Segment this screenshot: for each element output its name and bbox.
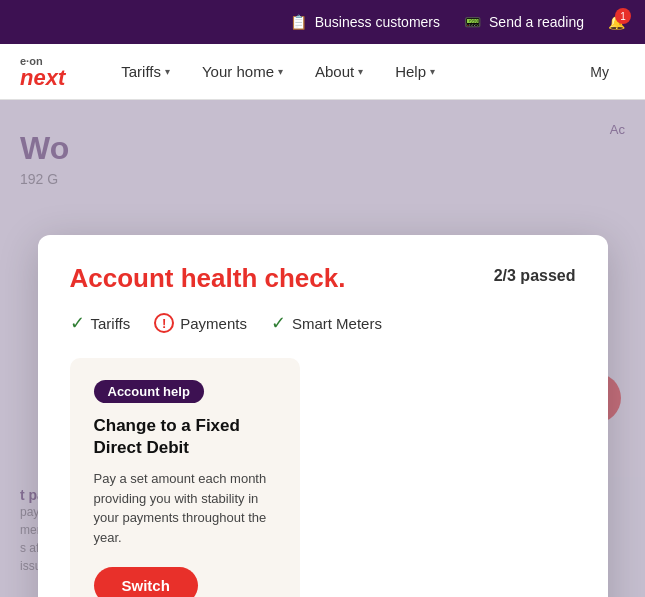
meter-icon: 📟 [464,14,481,30]
notifications-link[interactable]: 🔔 1 [608,14,625,30]
logo-next: next [20,67,65,89]
modal-overlay: Account health check. 2/3 passed ✓ Tarif… [0,100,645,597]
page-content: Wo 192 G Ac t paym payme ment is s after… [0,100,645,597]
modal-header: Account health check. 2/3 passed [70,263,576,294]
account-health-modal: Account health check. 2/3 passed ✓ Tarif… [38,235,608,597]
nav-items: Tariffs ▾ Your home ▾ About ▾ Help ▾ My [105,44,625,100]
check-pass-icon-2: ✓ [271,312,286,334]
check-warn-icon: ! [154,313,174,333]
switch-button[interactable]: Switch [94,567,198,597]
briefcase-icon: 📋 [290,14,307,30]
notification-count: 1 [615,8,631,24]
your-home-chevron-icon: ▾ [278,66,283,77]
tariffs-chevron-icon: ▾ [165,66,170,77]
modal-title: Account health check. [70,263,346,294]
modal-checks: ✓ Tariffs ! Payments ✓ Smart Meters [70,312,576,334]
modal-passed: 2/3 passed [494,267,576,285]
logo[interactable]: e·on next [20,55,65,89]
card-badge: Account help [94,380,204,403]
send-reading-link[interactable]: 📟 Send a reading [464,14,584,30]
account-help-card: Account help Change to a Fixed Direct De… [70,358,300,597]
nav-tariffs[interactable]: Tariffs ▾ [105,44,186,100]
check-tariffs: ✓ Tariffs [70,312,131,334]
business-customers-link[interactable]: 📋 Business customers [290,14,440,30]
card-description: Pay a set amount each month providing yo… [94,469,276,547]
nav-bar: e·on next Tariffs ▾ Your home ▾ About ▾ … [0,44,645,100]
top-bar: 📋 Business customers 📟 Send a reading 🔔 … [0,0,645,44]
check-pass-icon: ✓ [70,312,85,334]
about-chevron-icon: ▾ [358,66,363,77]
card-title: Change to a Fixed Direct Debit [94,415,276,459]
nav-your-home[interactable]: Your home ▾ [186,44,299,100]
help-chevron-icon: ▾ [430,66,435,77]
nav-my[interactable]: My [574,44,625,100]
check-smart-meters: ✓ Smart Meters [271,312,382,334]
nav-help[interactable]: Help ▾ [379,44,451,100]
nav-about[interactable]: About ▾ [299,44,379,100]
check-payments: ! Payments [154,313,247,333]
